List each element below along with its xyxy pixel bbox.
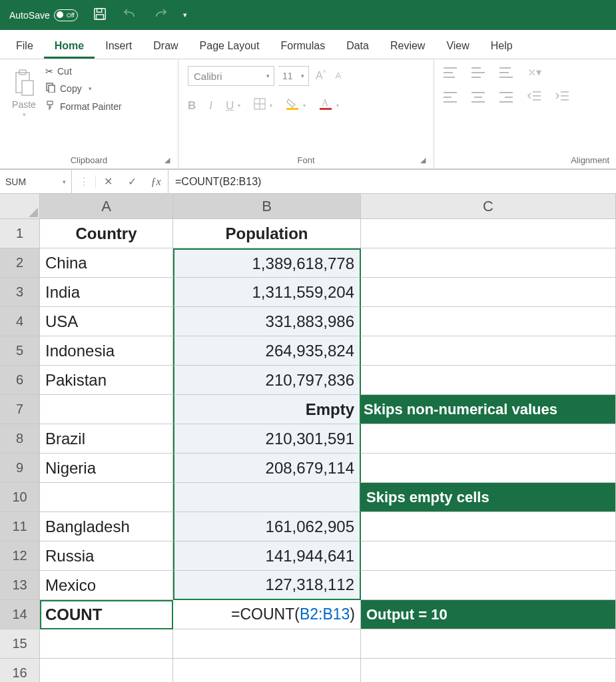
cell-C4[interactable]: [361, 307, 616, 336]
cell-A10[interactable]: [40, 483, 173, 512]
cell-A3[interactable]: India: [40, 278, 173, 307]
cell-B11[interactable]: 161,062,905: [173, 512, 361, 541]
autosave-toggle[interactable]: AutoSave Off: [9, 9, 78, 21]
paste-button[interactable]: Paste ▾: [9, 66, 39, 121]
toggle-switch[interactable]: Off: [54, 9, 78, 21]
cell-B2[interactable]: 1,389,618,778: [173, 248, 361, 278]
chevron-down-icon[interactable]: ▾: [270, 103, 272, 109]
cell-C7[interactable]: Skips non-numerical values: [361, 395, 616, 424]
cell-C11[interactable]: [361, 512, 616, 541]
redo-icon[interactable]: [153, 7, 168, 23]
cell-A4[interactable]: USA: [40, 307, 173, 336]
cell-C12[interactable]: [361, 541, 616, 571]
align-top-button[interactable]: [444, 67, 457, 78]
cell-B3[interactable]: 1,311,559,204: [173, 278, 361, 307]
row-header[interactable]: 16: [0, 659, 40, 682]
name-box[interactable]: SUM ▾: [0, 170, 72, 193]
cancel-button[interactable]: ✕: [96, 175, 120, 188]
chevron-down-icon[interactable]: ▾: [238, 103, 240, 109]
tab-page-layout[interactable]: Page Layout: [189, 33, 270, 59]
cell-B5[interactable]: 264,935,824: [173, 336, 361, 366]
cell-A12[interactable]: Russia: [40, 541, 173, 571]
cell-C8[interactable]: [361, 424, 616, 454]
tab-view[interactable]: View: [436, 33, 479, 59]
dialog-launcher-icon[interactable]: ◢: [164, 156, 174, 165]
cell-C15[interactable]: [361, 629, 616, 659]
copy-button[interactable]: Copy ▾: [45, 82, 122, 95]
format-painter-button[interactable]: Format Painter: [45, 100, 122, 113]
align-left-button[interactable]: [444, 92, 457, 103]
cell-C14[interactable]: Output = 10: [361, 600, 616, 629]
tab-data[interactable]: Data: [336, 33, 380, 59]
row-header[interactable]: 4: [0, 307, 40, 336]
cell-A5[interactable]: Indonesia: [40, 336, 173, 366]
cell-A2[interactable]: China: [40, 248, 173, 278]
cell-C9[interactable]: [361, 454, 616, 483]
row-header[interactable]: 15: [0, 629, 40, 659]
decrease-indent-button[interactable]: [527, 91, 541, 103]
row-header[interactable]: 1: [0, 219, 40, 248]
increase-indent-button[interactable]: [555, 91, 569, 103]
enter-button[interactable]: ✓: [120, 175, 144, 188]
fill-color-button[interactable]: [286, 98, 299, 113]
cell-C3[interactable]: [361, 278, 616, 307]
chevron-down-icon[interactable]: ▾: [303, 103, 306, 109]
align-right-button[interactable]: [499, 92, 513, 103]
tab-file[interactable]: File: [5, 33, 44, 59]
font-size-select[interactable]: 11 ▾: [278, 66, 309, 86]
cell-A1[interactable]: Country: [40, 219, 173, 248]
undo-icon[interactable]: [122, 7, 138, 23]
col-header-B[interactable]: B: [173, 194, 361, 218]
cell-C1[interactable]: [361, 219, 616, 248]
cell-A11[interactable]: Bangladesh: [40, 512, 173, 541]
cell-A9[interactable]: Nigeria: [40, 454, 173, 483]
bold-button[interactable]: B: [188, 99, 196, 113]
row-header[interactable]: 11: [0, 512, 40, 541]
row-header[interactable]: 9: [0, 454, 40, 483]
cell-B12[interactable]: 141,944,641: [173, 541, 361, 571]
row-header[interactable]: 10: [0, 483, 40, 512]
row-header[interactable]: 2: [0, 248, 40, 278]
tab-formulas[interactable]: Formulas: [270, 33, 336, 59]
insert-function-button[interactable]: ƒx: [144, 176, 168, 188]
save-icon[interactable]: [93, 7, 107, 23]
cell-B6[interactable]: 210,797,836: [173, 366, 361, 395]
tab-insert[interactable]: Insert: [95, 33, 143, 59]
orientation-button[interactable]: ⤬▾: [527, 66, 541, 79]
row-header[interactable]: 5: [0, 336, 40, 366]
row-header[interactable]: 3: [0, 278, 40, 307]
tab-home[interactable]: Home: [44, 33, 95, 59]
row-header[interactable]: 12: [0, 541, 40, 571]
row-header[interactable]: 6: [0, 366, 40, 395]
decrease-font-icon[interactable]: Aˇ: [332, 71, 345, 81]
font-color-button[interactable]: A: [319, 98, 332, 113]
col-header-A[interactable]: A: [40, 194, 173, 218]
cell-B4[interactable]: 331,883,986: [173, 307, 361, 336]
cell-C5[interactable]: [361, 336, 616, 366]
chevron-down-icon[interactable]: ▾: [336, 103, 339, 109]
row-header[interactable]: 8: [0, 424, 40, 454]
cell-A7[interactable]: [40, 395, 173, 424]
cell-B16[interactable]: [173, 659, 361, 682]
cell-C6[interactable]: [361, 366, 616, 395]
dialog-launcher-icon[interactable]: ◢: [420, 156, 430, 165]
align-middle-button[interactable]: [471, 67, 485, 78]
font-name-select[interactable]: Calibri ▾: [188, 66, 274, 86]
select-all-corner[interactable]: [0, 194, 40, 218]
tab-help[interactable]: Help: [480, 33, 523, 59]
cell-C10[interactable]: Skips empty cells: [361, 483, 616, 512]
cell-B13[interactable]: 127,318,112: [173, 571, 361, 600]
tab-draw[interactable]: Draw: [143, 33, 188, 59]
underline-button[interactable]: U: [226, 99, 234, 113]
cell-B8[interactable]: 210,301,591: [173, 424, 361, 454]
italic-button[interactable]: I: [209, 99, 212, 113]
align-center-button[interactable]: [471, 92, 485, 103]
cell-C2[interactable]: [361, 248, 616, 278]
cell-A6[interactable]: Pakistan: [40, 366, 173, 395]
cell-B9[interactable]: 208,679,114: [173, 454, 361, 483]
borders-button[interactable]: [254, 98, 266, 113]
cell-C13[interactable]: [361, 571, 616, 600]
cell-B15[interactable]: [173, 629, 361, 659]
cell-A14[interactable]: COUNT: [40, 600, 173, 629]
cell-C16[interactable]: [361, 659, 616, 682]
